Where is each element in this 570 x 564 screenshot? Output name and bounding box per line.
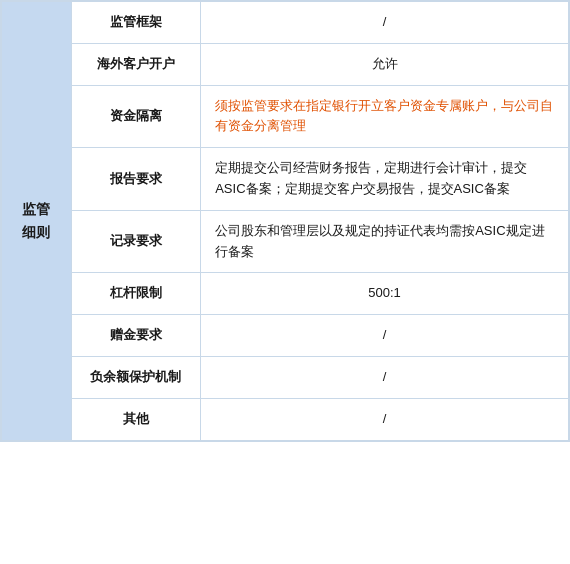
table-row: 报告要求 定期提交公司经营财务报告，定期进行会计审计，提交ASIC备案；定期提交… [2, 148, 569, 211]
label-cell-8: 其他 [71, 398, 200, 440]
table-row: 监管细则 监管框架 / [2, 2, 569, 44]
value-cell-0: / [201, 2, 569, 44]
table-row: 杠杆限制 500:1 [2, 273, 569, 315]
label-cell-4: 记录要求 [71, 210, 200, 273]
table-row: 其他 / [2, 398, 569, 440]
label-cell-1: 海外客户开户 [71, 43, 200, 85]
label-cell-3: 报告要求 [71, 148, 200, 211]
label-cell-6: 赠金要求 [71, 315, 200, 357]
value-cell-7: / [201, 356, 569, 398]
value-cell-4: 公司股东和管理层以及规定的持证代表均需按ASIC规定进行备案 [201, 210, 569, 273]
label-cell-7: 负余额保护机制 [71, 356, 200, 398]
label-cell-5: 杠杆限制 [71, 273, 200, 315]
table-row: 资金隔离 须按监管要求在指定银行开立客户资金专属账户，与公司自有资金分离管理 [2, 85, 569, 148]
value-cell-3: 定期提交公司经营财务报告，定期进行会计审计，提交ASIC备案；定期提交客户交易报… [201, 148, 569, 211]
table-row: 赠金要求 / [2, 315, 569, 357]
value-cell-2: 须按监管要求在指定银行开立客户资金专属账户，与公司自有资金分离管理 [201, 85, 569, 148]
table-row: 负余额保护机制 / [2, 356, 569, 398]
table-row: 海外客户开户 允许 [2, 43, 569, 85]
value-cell-8: / [201, 398, 569, 440]
category-cell: 监管细则 [2, 2, 72, 441]
main-table: 监管细则 监管框架 / 海外客户开户 允许 资金隔离 须按监管要求在指定银行开立… [0, 0, 570, 442]
table-row: 记录要求 公司股东和管理层以及规定的持证代表均需按ASIC规定进行备案 [2, 210, 569, 273]
value-cell-6: / [201, 315, 569, 357]
label-cell-0: 监管框架 [71, 2, 200, 44]
value-cell-1: 允许 [201, 43, 569, 85]
label-cell-2: 资金隔离 [71, 85, 200, 148]
value-cell-5: 500:1 [201, 273, 569, 315]
